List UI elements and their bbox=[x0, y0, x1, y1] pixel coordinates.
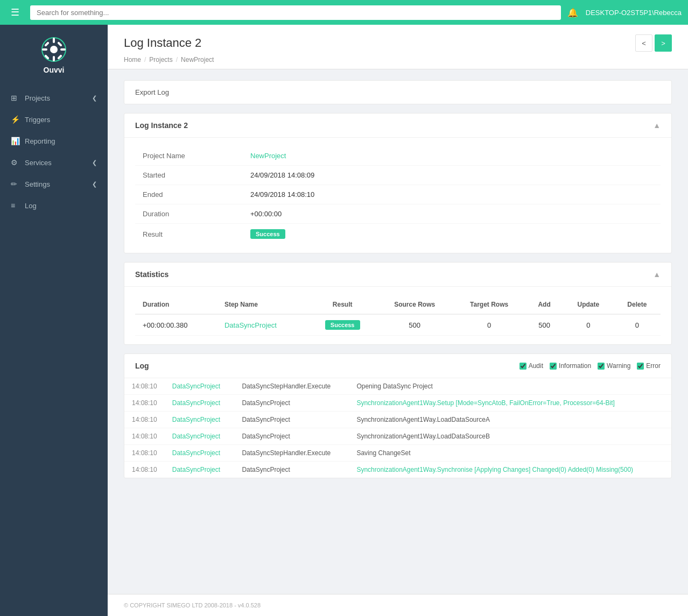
table-row: Ended 24/09/2018 14:08:10 bbox=[135, 185, 661, 204]
breadcrumb-home[interactable]: Home bbox=[124, 56, 141, 63]
sidebar-item-settings[interactable]: ✏ Settings ❮ bbox=[0, 173, 108, 195]
filter-audit[interactable]: Audit bbox=[519, 362, 543, 370]
project-name-link[interactable]: NewProject bbox=[250, 152, 286, 160]
log-handler: DataSyncProject bbox=[234, 395, 349, 412]
log-card-body: 14:08:10 DataSyncProject DataSyncStepHan… bbox=[124, 378, 671, 478]
nav-next-button[interactable]: > bbox=[655, 34, 672, 52]
settings-arrow: ❮ bbox=[92, 181, 97, 188]
log-instance-body: Project Name NewProject Started 24/09/20… bbox=[124, 138, 671, 253]
statistics-toggle[interactable]: ▲ bbox=[653, 270, 661, 279]
col-update: Update bbox=[563, 295, 614, 314]
log-instance-table: Project Name NewProject Started 24/09/20… bbox=[135, 146, 661, 244]
sidebar-label-services: Services bbox=[25, 159, 52, 167]
log-time: 14:08:10 bbox=[124, 428, 165, 445]
page-title: Log Instance 2 bbox=[124, 36, 201, 50]
step-name-link[interactable]: DataSyncProject bbox=[224, 321, 277, 329]
field-label: Duration bbox=[135, 204, 243, 224]
log-handler: DataSyncStepHandler.Execute bbox=[234, 445, 349, 462]
log-card-title: Log bbox=[135, 362, 149, 370]
triggers-icon: ⚡ bbox=[11, 115, 19, 124]
services-icon: ⚙ bbox=[11, 158, 19, 167]
footer: © COPYRIGHT SIMEGO LTD 2008-2018 - v4.0.… bbox=[108, 594, 688, 616]
field-label: Project Name bbox=[135, 146, 243, 166]
log-row: 14:08:10 DataSyncProject DataSyncProject… bbox=[124, 395, 671, 412]
filter-information[interactable]: Information bbox=[550, 362, 591, 370]
sidebar: Ouvvi ⊞ Projects ❮ ⚡ Triggers 📊 Reportin… bbox=[0, 25, 108, 616]
filter-warning-checkbox[interactable] bbox=[598, 363, 605, 370]
log-row: 14:08:10 DataSyncProject DataSyncProject… bbox=[124, 412, 671, 428]
breadcrumb: Home / Projects / NewProject bbox=[124, 56, 672, 69]
log-time: 14:08:10 bbox=[124, 412, 165, 428]
page-nav-buttons: < > bbox=[635, 34, 672, 52]
field-value: +00:00:00 bbox=[243, 204, 661, 224]
svg-rect-4 bbox=[42, 48, 47, 51]
result-badge: Success bbox=[250, 229, 285, 239]
reporting-icon: 📊 bbox=[11, 137, 19, 145]
log-instance-title: Log Instance 2 bbox=[135, 121, 188, 130]
svg-rect-2 bbox=[53, 38, 55, 43]
table-row: Started 24/09/2018 14:08:09 bbox=[135, 166, 661, 185]
breadcrumb-current: NewProject bbox=[181, 56, 214, 63]
cell-delete: 0 bbox=[614, 314, 661, 336]
table-row: Project Name NewProject bbox=[135, 146, 661, 166]
statistics-table: Duration Step Name Result Source Rows Ta… bbox=[135, 295, 661, 336]
projects-arrow: ❮ bbox=[92, 95, 97, 102]
sidebar-item-projects[interactable]: ⊞ Projects ❮ bbox=[0, 87, 108, 109]
svg-rect-5 bbox=[60, 48, 66, 51]
log-time: 14:08:10 bbox=[124, 395, 165, 412]
notification-icon[interactable]: 🔔 bbox=[567, 8, 578, 18]
filter-audit-label: Audit bbox=[529, 362, 543, 370]
col-delete: Delete bbox=[614, 295, 661, 314]
breadcrumb-projects[interactable]: Projects bbox=[149, 56, 172, 63]
page-header: Log Instance 2 < > Home / Projects / New… bbox=[108, 25, 688, 69]
log-handler: DataSyncStepHandler.Execute bbox=[234, 378, 349, 395]
settings-icon: ✏ bbox=[11, 180, 19, 188]
col-source-rows: Source Rows bbox=[376, 295, 453, 314]
field-label: Ended bbox=[135, 185, 243, 204]
log-handler: DataSyncProject bbox=[234, 428, 349, 445]
svg-rect-3 bbox=[53, 56, 55, 61]
filter-information-label: Information bbox=[559, 362, 591, 370]
log-row: 14:08:10 DataSyncProject DataSyncProject… bbox=[124, 428, 671, 445]
sidebar-item-reporting[interactable]: 📊 Reporting bbox=[0, 130, 108, 152]
main-content: Log Instance 2 < > Home / Projects / New… bbox=[108, 25, 688, 616]
log-message: SynchronizationAgent1Way.LoadDataSourceA bbox=[349, 412, 671, 428]
cell-duration: +00:00:00.380 bbox=[135, 314, 217, 336]
filter-error-checkbox[interactable] bbox=[637, 363, 644, 370]
sidebar-nav: ⊞ Projects ❮ ⚡ Triggers 📊 Reporting ⚙ Se… bbox=[0, 87, 108, 216]
sidebar-label-projects: Projects bbox=[25, 94, 50, 102]
filter-audit-checkbox[interactable] bbox=[519, 363, 526, 370]
col-target-rows: Target Rows bbox=[453, 295, 525, 314]
export-section: Export Log bbox=[124, 80, 672, 104]
col-step-name: Step Name bbox=[217, 295, 308, 314]
field-label: Started bbox=[135, 166, 243, 185]
log-instance-card: Log Instance 2 ▲ Project Name NewProject… bbox=[124, 113, 672, 253]
col-duration: Duration bbox=[135, 295, 217, 314]
copyright-text: © COPYRIGHT SIMEGO LTD 2008-2018 - v4.0.… bbox=[124, 602, 261, 608]
log-source: DataSyncProject bbox=[165, 445, 235, 462]
field-value: 24/09/2018 14:08:09 bbox=[243, 166, 661, 185]
table-row: Duration +00:00:00 bbox=[135, 204, 661, 224]
sidebar-app-name: Ouvvi bbox=[44, 66, 65, 74]
cell-step-name: DataSyncProject bbox=[217, 314, 308, 336]
log-source: DataSyncProject bbox=[165, 462, 235, 478]
filter-information-checkbox[interactable] bbox=[550, 363, 557, 370]
log-message: SynchronizationAgent1Way.Synchronise [Ap… bbox=[349, 462, 671, 478]
log-row: 14:08:10 DataSyncProject DataSyncStepHan… bbox=[124, 378, 671, 395]
filter-warning[interactable]: Warning bbox=[598, 362, 630, 370]
filter-error-label: Error bbox=[646, 362, 661, 370]
log-source: DataSyncProject bbox=[165, 428, 235, 445]
log-instance-toggle[interactable]: ▲ bbox=[653, 121, 661, 130]
sidebar-item-triggers[interactable]: ⚡ Triggers bbox=[0, 109, 108, 130]
nav-prev-button[interactable]: < bbox=[635, 34, 652, 52]
search-input[interactable] bbox=[30, 5, 561, 20]
cell-result: Success bbox=[308, 314, 376, 336]
sidebar-item-services[interactable]: ⚙ Services ❮ bbox=[0, 152, 108, 173]
sidebar-label-triggers: Triggers bbox=[25, 116, 50, 124]
filter-error[interactable]: Error bbox=[637, 362, 661, 370]
cell-source-rows: 500 bbox=[376, 314, 453, 336]
log-filters: Audit Information Warning Error bbox=[519, 362, 661, 370]
sidebar-item-log[interactable]: ≡ Log bbox=[0, 195, 108, 216]
menu-button[interactable]: ☰ bbox=[6, 4, 24, 21]
cell-target-rows: 0 bbox=[453, 314, 525, 336]
